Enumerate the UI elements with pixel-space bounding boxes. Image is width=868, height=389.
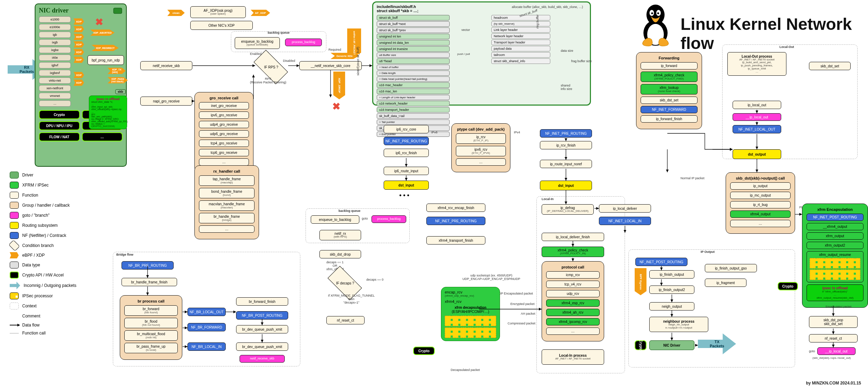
svg-point-5 xyxy=(651,13,653,14)
rx-handler-group: rx_handler call tap_handle_frame(macvtap… xyxy=(194,165,259,239)
nic-chip-icon xyxy=(113,7,123,14)
goto-process-backlog: process_backlog xyxy=(285,39,322,46)
dst-output: dst_output xyxy=(733,149,781,159)
local-out-process: Local-Out process AF_INET / AF_INET6 soc… xyxy=(727,52,786,76)
clean-tag: clean xyxy=(167,10,185,16)
gro-receive-group: gro_receive call inet_gro_receive ipv6_g… xyxy=(194,92,253,172)
accel-crypto: Crypto xyxy=(39,110,80,119)
netif-receive-skb: netif_receive_skb xyxy=(140,61,192,70)
nic-driver: NIC driver e1000 e1000e igb ixgb ixgbe i… xyxy=(35,3,127,167)
nf-inet-pre-routing-6: NF_INET_PRE_ROUTING xyxy=(384,137,429,145)
afxdp: AF_XDP(xsk prog)(user space) xyxy=(190,6,246,18)
netif-receive-skb-core: __netif_receive_skb_core xyxy=(299,61,362,70)
xdp-aborted-tag: XDP_ABORTED xyxy=(90,30,115,36)
ip6-rcv-core: ip6_rcv_core xyxy=(384,125,429,133)
nf-inet-pre-routing: NF_INET_PRE_ROUTING xyxy=(540,129,592,138)
svg-rect-7 xyxy=(114,8,122,14)
crypto-decap: Crypto xyxy=(413,347,435,355)
br-process-group: br process call br_forward(fdb found) br… xyxy=(120,295,182,360)
protocol-call-group: protocol call icmp_rcv tcp_v4_rcv udp_rc… xyxy=(542,261,604,341)
footer-credit: by MINZKN.COM 2024.01.15 xyxy=(806,381,861,386)
tux-icon xyxy=(636,3,675,47)
xdp-tx-tag: XDP_TX (skb) xyxy=(108,68,126,74)
nic-driver-item: e1000 xyxy=(39,16,71,23)
crypto-enc: Crypto xyxy=(778,282,798,290)
afxdp-tag: AF_XDP xyxy=(251,10,270,16)
napi-gro-receive: napi_gro_receive xyxy=(140,97,192,106)
bpf-egress-tag: BPF Egress xyxy=(635,268,646,295)
x-close-icon: ✖ xyxy=(332,101,340,112)
xdp-redirect-tag: XDP_REDIRECT xyxy=(92,45,119,51)
dst-input-6: dst_input xyxy=(384,181,429,190)
xdp-drop-tag: XDP_DROP xyxy=(333,72,345,99)
dst-input: dst_input xyxy=(540,181,592,190)
skbuff-diagram: include/linux/skbuff.h struct skbuff *sk… xyxy=(372,1,591,106)
other-nic-xdp: Other NIC's XDP xyxy=(190,21,253,30)
xfrm-decapsulation: encap_rcv(xfrm4_udp_encap_rcv) xfrm4_rcv… xyxy=(441,287,500,341)
xdp-pass-tag: XDP_PASS (net stack) xyxy=(108,77,128,83)
local-in-process: Local-In processAF_INET / AF_INET6 socke… xyxy=(542,349,604,365)
backlog-queue-ctx: backlog queue enqueue_to_backlog(queue s… xyxy=(231,31,326,52)
forwarding-group: Forwarding ip_forward xfrm4_policy_check… xyxy=(636,52,702,129)
bpf-prog-run-xdp: bpf_prog_run_xdp xyxy=(87,55,124,65)
nic-driver-title: NIC driver xyxy=(39,7,68,14)
legend: Driver XFRM / IPSec Function Group / han… xyxy=(10,168,110,339)
xfrm-encapsulation-group: xfrm Encapsulation NF_INET_POST_ROUTING … xyxy=(802,204,868,308)
x-close-icon: ✖ xyxy=(95,16,103,28)
crypto-out: Crypto xyxy=(635,340,646,350)
nic-driver-out: NIC Driver xyxy=(649,340,694,350)
xdp-tag: XDP xyxy=(74,18,84,25)
skb-tag: skb xyxy=(115,89,126,94)
ptype-call-group: ptype call (dev_add_pack) ip_rcv(ETH_P_I… xyxy=(451,123,510,172)
svg-point-6 xyxy=(657,13,659,14)
ipsec-rx-offload: ipsec rx offload struct xfrm_state *x; …… xyxy=(89,96,127,129)
skb-dst-output-group: skb_dst(skb)->output() call ip_output ip… xyxy=(726,172,795,234)
